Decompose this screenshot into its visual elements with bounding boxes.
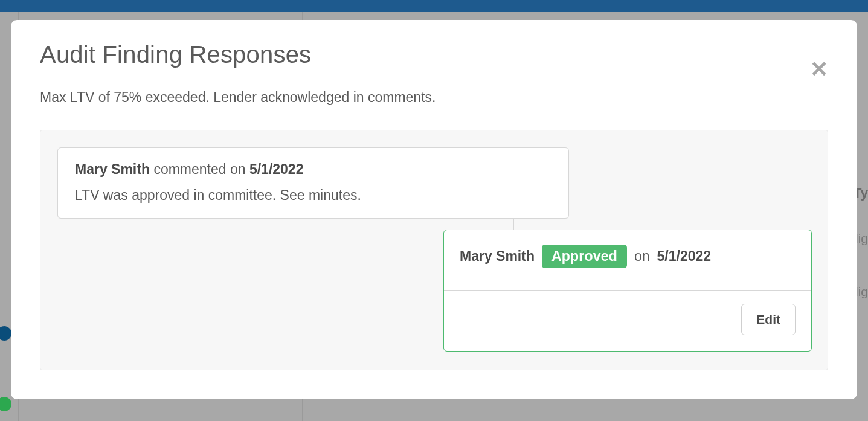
approval-header: Mary Smith Approved on 5/1/2022 (444, 230, 811, 290)
close-icon: ✕ (810, 57, 828, 82)
audit-finding-responses-modal: ✕ Audit Finding Responses Max LTV of 75%… (11, 20, 857, 399)
connector-line (513, 218, 514, 230)
edit-button[interactable]: Edit (741, 304, 796, 335)
approval-actions: Edit (444, 291, 811, 351)
comment-card: Mary Smith commented on 5/1/2022 LTV was… (57, 147, 569, 219)
modal-overlay: ✕ Audit Finding Responses Max LTV of 75%… (0, 0, 868, 421)
approval-on-text: on (634, 248, 650, 265)
responses-container: Mary Smith commented on 5/1/2022 LTV was… (40, 130, 828, 370)
modal-subtitle: Max LTV of 75% exceeded. Lender acknowle… (40, 89, 828, 106)
modal-title: Audit Finding Responses (40, 41, 828, 68)
approval-author: Mary Smith (460, 248, 535, 265)
comment-header: Mary Smith commented on 5/1/2022 (75, 161, 551, 178)
status-badge: Approved (542, 245, 627, 268)
comment-action-text: commented on (153, 161, 245, 177)
comment-author: Mary Smith (75, 161, 150, 177)
close-button[interactable]: ✕ (810, 59, 828, 80)
approval-date: 5/1/2022 (657, 248, 712, 265)
comment-date: 5/1/2022 (249, 161, 304, 177)
card-connector (57, 219, 812, 230)
approval-card: Mary Smith Approved on 5/1/2022 Edit (443, 230, 812, 352)
comment-body: LTV was approved in committee. See minut… (75, 187, 551, 204)
